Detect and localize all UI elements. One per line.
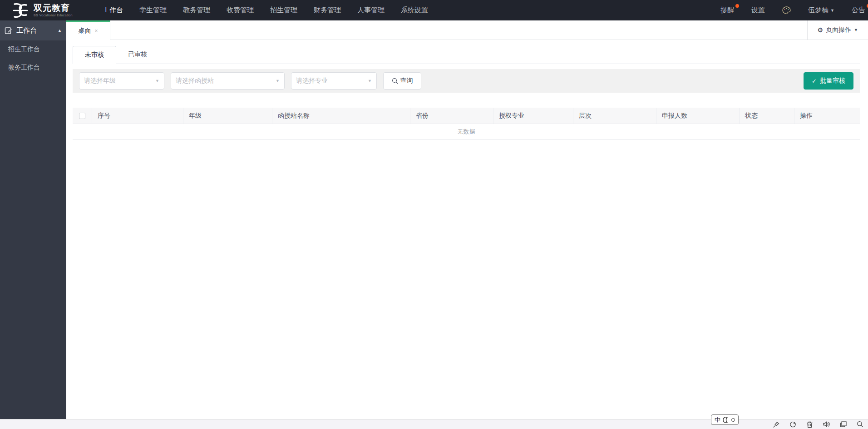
col-seq: 序号 — [92, 108, 183, 124]
moon-icon — [723, 417, 729, 423]
review-tabs: 未审核 已审核 — [73, 45, 860, 64]
batch-review-button[interactable]: ✓ 批量审核 — [804, 72, 853, 90]
tab-close-icon[interactable]: × — [94, 28, 98, 34]
select-caret-down-icon: ▼ — [276, 79, 280, 83]
page-actions-caret-down-icon: ▼ — [854, 28, 858, 32]
select-all-checkbox[interactable] — [79, 113, 85, 119]
theme-palette-icon[interactable] — [782, 6, 791, 14]
announcement-button[interactable]: 公告 — [852, 6, 865, 15]
col-level: 层次 — [573, 108, 656, 124]
search-tray-icon[interactable] — [857, 421, 863, 428]
menu-item-academic[interactable]: 教务管理 — [175, 0, 218, 20]
page-content: 未审核 已审核 请选择年级 ▼ 请选择函授站 ▼ 请选择专业 ▼ — [66, 40, 868, 419]
sidebar-group-workbench[interactable]: 工作台 ▲ — [0, 20, 66, 40]
username: 伍梦楠 — [808, 6, 829, 15]
brand-subtitle: BS Vocational Education — [34, 14, 73, 17]
sidebar-item-enrollment-workbench[interactable]: 招生工作台 — [0, 40, 66, 59]
reminder-badge — [735, 4, 739, 8]
search-icon — [392, 78, 398, 84]
page-actions-dropdown[interactable]: ⚙ 页面操作 ▼ — [807, 20, 868, 40]
user-caret-down-icon: ▼ — [830, 8, 834, 13]
brand: 双元教育 BS Vocational Education — [11, 1, 73, 20]
ime-lang-label: 中 — [715, 416, 720, 424]
grade-select[interactable]: 请选择年级 ▼ — [79, 72, 164, 90]
volume-icon[interactable] — [823, 421, 830, 428]
brand-logo-icon — [11, 1, 30, 20]
menu-item-hr[interactable]: 人事管理 — [349, 0, 393, 20]
menu-item-system[interactable]: 系统设置 — [393, 0, 436, 20]
launcher-icon[interactable] — [789, 421, 797, 428]
major-select[interactable]: 请选择专业 ▼ — [291, 72, 377, 90]
brand-title: 双元教育 — [34, 4, 73, 12]
window-tabstrip: 桌面 × ⚙ 页面操作 ▼ — [66, 20, 868, 40]
col-applicants: 申报人数 — [656, 108, 740, 124]
windows-icon[interactable] — [840, 421, 847, 428]
menu-item-fees[interactable]: 收费管理 — [218, 0, 262, 20]
tab-reviewed[interactable]: 已审核 — [116, 45, 159, 64]
trash-icon[interactable] — [806, 421, 813, 428]
gear-icon: ⚙ — [818, 26, 824, 34]
col-status: 状态 — [740, 108, 794, 124]
menu-item-workbench[interactable]: 工作台 — [94, 0, 131, 20]
navbar-right: 提醒 设置 伍梦楠 ▼ 公告 — [720, 6, 865, 15]
settings-button[interactable]: 设置 — [751, 6, 765, 15]
ime-indicator[interactable]: 中 — [711, 414, 739, 425]
user-menu[interactable]: 伍梦楠 ▼ — [808, 6, 834, 15]
station-select[interactable]: 请选择函授站 ▼ — [171, 72, 285, 90]
main-menu: 工作台 学生管理 教务管理 收费管理 招生管理 财务管理 人事管理 系统设置 — [94, 0, 436, 20]
review-table: 序号 年级 函授站名称 省份 授权专业 层次 申报人数 状态 操作 无数据 — [73, 108, 860, 140]
select-caret-down-icon: ▼ — [155, 79, 159, 83]
col-province: 省份 — [410, 108, 493, 124]
ime-mode-circle-icon — [731, 418, 735, 422]
menu-item-finance[interactable]: 财务管理 — [306, 0, 349, 20]
menu-item-enrollment[interactable]: 招生管理 — [262, 0, 306, 20]
select-caret-down-icon: ▼ — [368, 79, 372, 83]
filter-bar: 请选择年级 ▼ 请选择函授站 ▼ 请选择专业 ▼ 查询 — [73, 69, 860, 93]
collapse-caret-up-icon: ▲ — [58, 28, 62, 33]
col-grade: 年级 — [183, 108, 272, 124]
col-authorized-major: 授权专业 — [493, 108, 573, 124]
top-navbar: 双元教育 BS Vocational Education 工作台 学生管理 教务… — [0, 0, 868, 20]
pin-icon[interactable] — [773, 421, 780, 428]
table-header: 序号 年级 函授站名称 省份 授权专业 层次 申报人数 状态 操作 — [73, 108, 860, 124]
tab-unreviewed[interactable]: 未审核 — [73, 46, 116, 64]
sidebar: 工作台 ▲ 招生工作台 教务工作台 — [0, 20, 66, 419]
query-button[interactable]: 查询 — [383, 72, 421, 90]
empty-state: 无数据 — [73, 124, 860, 140]
menu-item-students[interactable]: 学生管理 — [131, 0, 175, 20]
check-icon: ✓ — [812, 78, 817, 85]
sidebar-item-academic-workbench[interactable]: 教务工作台 — [0, 59, 66, 77]
col-station-name: 函授站名称 — [272, 108, 410, 124]
sidebar-group-label: 工作台 — [16, 26, 37, 35]
workbench-icon — [5, 27, 12, 35]
tab-desktop[interactable]: 桌面 × — [66, 20, 110, 40]
col-actions: 操作 — [794, 108, 860, 124]
reminder-button[interactable]: 提醒 — [720, 6, 734, 15]
